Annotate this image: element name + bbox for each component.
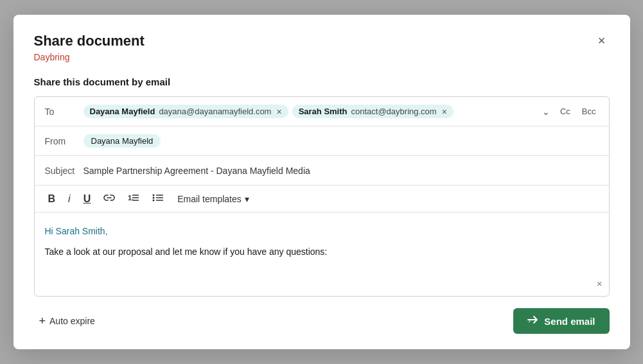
recipient-2-name: Sarah Smith <box>299 107 348 116</box>
ordered-list-button[interactable]: 1. <box>123 191 144 207</box>
to-recipients: Dayana Mayfield dayana@dayanamayfield.co… <box>84 105 541 118</box>
unordered-list-icon <box>152 193 164 202</box>
underline-button[interactable]: U <box>79 191 96 207</box>
send-arrow-icon <box>527 315 539 325</box>
to-label: To <box>45 107 84 117</box>
subject-label: Subject <box>45 166 84 176</box>
remove-recipient-1-button[interactable]: × <box>276 107 281 116</box>
modal-overlay: Share document × Daybring Share this doc… <box>0 0 643 364</box>
link-icon <box>103 193 115 202</box>
dropdown-arrow-icon: ▾ <box>245 194 249 204</box>
email-message: Take a look at our proposal and let me k… <box>45 247 328 257</box>
modal-title: Share document <box>34 33 145 49</box>
svg-point-6 <box>153 200 155 202</box>
from-tag: Dayana Mayfield <box>84 134 161 148</box>
italic-button[interactable]: i <box>64 191 75 207</box>
from-content: Dayana Mayfield <box>84 134 599 148</box>
ordered-list-icon: 1. <box>128 193 139 202</box>
auto-expire-plus-icon: + <box>39 315 46 328</box>
modal-footer: + Auto expire Send email <box>34 308 610 334</box>
section-heading: Share this document by email <box>34 76 610 87</box>
close-button[interactable]: × <box>594 33 610 48</box>
auto-expire-button[interactable]: + Auto expire <box>34 311 100 332</box>
recipient-tag-1: Dayana Mayfield dayana@dayanamayfield.co… <box>84 105 288 118</box>
link-button[interactable] <box>99 191 119 207</box>
recipient-1-email: dayana@dayanamayfield.com <box>159 107 271 116</box>
send-email-button[interactable]: Send email <box>513 308 609 334</box>
recipient-tag-2: Sarah Smith contact@daybring.com × <box>292 105 454 118</box>
auto-expire-label: Auto expire <box>49 316 95 326</box>
scroll-close-area: × <box>597 278 603 290</box>
send-email-label: Send email <box>544 316 595 327</box>
subject-input[interactable] <box>84 166 599 176</box>
to-row-actions: ⌄ Cc Bcc <box>541 105 599 118</box>
expand-recipients-button[interactable]: ⌄ <box>541 105 551 118</box>
recipient-2-email: contact@daybring.com <box>351 107 437 116</box>
from-label: From <box>45 136 84 146</box>
email-templates-button[interactable]: Email templates ▾ <box>172 191 254 207</box>
share-document-modal: Share document × Daybring Share this doc… <box>13 15 630 349</box>
toolbar-row: B i U 1. <box>35 186 609 212</box>
body-close-button[interactable]: × <box>597 278 603 289</box>
brand-label: Daybring <box>34 52 610 62</box>
to-row: To Dayana Mayfield dayana@dayanamayfield… <box>35 97 609 126</box>
svg-point-4 <box>153 195 155 196</box>
bold-button[interactable]: B <box>44 191 60 207</box>
email-greeting: Hi Sarah Smith, <box>45 224 599 238</box>
modal-header: Share document × <box>34 33 610 49</box>
email-form: To Dayana Mayfield dayana@dayanamayfield… <box>34 96 610 297</box>
bcc-button[interactable]: Bcc <box>579 105 599 117</box>
unordered-list-button[interactable] <box>148 191 168 207</box>
from-row: From Dayana Mayfield <box>35 126 609 156</box>
send-icon <box>527 315 539 327</box>
email-body-text: Hi Sarah Smith, Take a look at our propo… <box>45 224 599 259</box>
recipient-1-name: Dayana Mayfield <box>90 107 155 116</box>
email-body-area[interactable]: Hi Sarah Smith, Take a look at our propo… <box>35 212 609 296</box>
subject-row: Subject <box>35 156 609 186</box>
email-templates-label: Email templates <box>177 194 242 204</box>
remove-recipient-2-button[interactable]: × <box>442 107 447 116</box>
cc-button[interactable]: Cc <box>558 105 573 117</box>
svg-point-5 <box>153 197 155 199</box>
